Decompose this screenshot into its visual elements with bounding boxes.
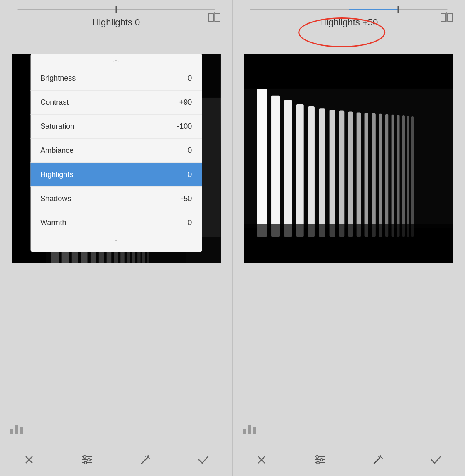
right-slider-label: Highlights +50	[320, 17, 378, 28]
svg-rect-1	[215, 13, 220, 22]
menu-arrow-down[interactable]: ﹀	[30, 235, 202, 248]
right-panel: Highlights +50	[233, 0, 465, 476]
saturation-label: Saturation	[40, 122, 74, 131]
warmth-label: Warmth	[40, 218, 66, 227]
left-compare-icon[interactable]	[208, 12, 221, 26]
shadows-value: -50	[181, 194, 192, 203]
ambiance-value: 0	[188, 146, 192, 155]
menu-item-saturation[interactable]: Saturation -100	[30, 115, 202, 139]
svg-rect-46	[272, 96, 280, 237]
adjustments-menu: ︿ Brightness 0 Contrast +90 Saturation -…	[30, 54, 202, 252]
svg-rect-57	[379, 114, 382, 237]
highlights-label: Highlights	[40, 170, 73, 179]
svg-rect-50	[319, 108, 326, 237]
left-confirm-button[interactable]	[193, 450, 213, 470]
right-slider-fill	[349, 9, 398, 10]
right-cancel-button[interactable]	[252, 450, 272, 470]
svg-rect-62	[407, 116, 409, 237]
left-stats-icon[interactable]	[10, 421, 27, 437]
svg-rect-60	[397, 115, 400, 237]
svg-rect-48	[296, 104, 304, 237]
svg-point-73	[316, 456, 318, 458]
svg-rect-49	[308, 106, 315, 237]
ambiance-label: Ambiance	[40, 146, 73, 155]
menu-arrow-up[interactable]: ︿	[30, 54, 202, 66]
svg-rect-51	[330, 110, 335, 237]
svg-rect-64	[244, 224, 453, 263]
left-toolbar	[0, 443, 232, 476]
menu-item-contrast[interactable]: Contrast +90	[30, 91, 202, 115]
svg-rect-67	[253, 427, 256, 434]
left-cancel-button[interactable]	[19, 450, 39, 470]
shadows-label: Shadows	[40, 194, 71, 203]
svg-line-33	[142, 458, 147, 464]
right-sliders-button[interactable]	[310, 450, 330, 470]
right-image-container	[244, 54, 453, 263]
svg-rect-22	[10, 429, 13, 434]
saturation-value: -100	[177, 122, 192, 131]
right-slider-thumb[interactable]	[398, 6, 399, 13]
left-image-container: ︿ Brightness 0 Contrast +90 Saturation -…	[12, 54, 221, 263]
svg-point-30	[83, 456, 86, 458]
svg-rect-58	[385, 114, 388, 237]
svg-line-76	[374, 458, 380, 464]
svg-rect-63	[411, 116, 414, 237]
left-panel: Highlights 0	[0, 0, 232, 476]
highlights-value: 0	[188, 170, 192, 179]
svg-rect-56	[372, 113, 376, 237]
left-sliders-button[interactable]	[77, 450, 97, 470]
left-slider-area: Highlights 0	[0, 0, 232, 54]
menu-item-ambiance[interactable]: Ambiance 0	[30, 139, 202, 163]
svg-rect-43	[244, 54, 453, 89]
svg-point-75	[317, 461, 319, 464]
right-toolbar	[233, 443, 465, 476]
svg-rect-52	[339, 110, 345, 237]
svg-rect-65	[243, 429, 246, 434]
menu-item-shadows[interactable]: Shadows -50	[30, 187, 202, 211]
svg-rect-53	[348, 111, 353, 237]
svg-rect-23	[15, 425, 18, 434]
svg-rect-54	[357, 113, 361, 237]
svg-rect-61	[402, 115, 405, 237]
svg-rect-40	[448, 13, 453, 22]
warmth-value: 0	[188, 218, 192, 227]
svg-point-32	[84, 461, 87, 464]
menu-item-brightness[interactable]: Brightness 0	[30, 66, 202, 91]
right-slider-track[interactable]	[250, 9, 448, 10]
svg-point-74	[320, 459, 323, 461]
svg-rect-0	[208, 13, 213, 22]
svg-rect-66	[248, 425, 251, 434]
left-slider-label: Highlights 0	[92, 17, 140, 28]
right-stats-icon[interactable]	[243, 421, 259, 437]
brightness-label: Brightness	[40, 74, 76, 83]
right-magic-button[interactable]	[368, 450, 388, 470]
svg-point-31	[88, 459, 90, 461]
svg-rect-47	[284, 100, 292, 237]
menu-item-warmth[interactable]: Warmth 0	[30, 211, 202, 235]
right-compare-icon[interactable]	[440, 12, 453, 26]
right-confirm-button[interactable]	[426, 450, 446, 470]
left-slider-track[interactable]	[17, 9, 215, 10]
contrast-label: Contrast	[40, 98, 69, 107]
right-slider-area: Highlights +50	[233, 0, 465, 54]
svg-rect-39	[441, 13, 446, 22]
left-magic-button[interactable]	[135, 450, 155, 470]
menu-item-highlights[interactable]: Highlights 0	[30, 163, 202, 187]
svg-rect-59	[392, 115, 394, 237]
svg-rect-24	[20, 427, 23, 434]
contrast-value: +90	[179, 98, 192, 107]
svg-rect-45	[257, 89, 267, 237]
brightness-value: 0	[188, 74, 192, 83]
left-slider-thumb[interactable]	[115, 6, 117, 13]
svg-rect-55	[365, 113, 368, 237]
